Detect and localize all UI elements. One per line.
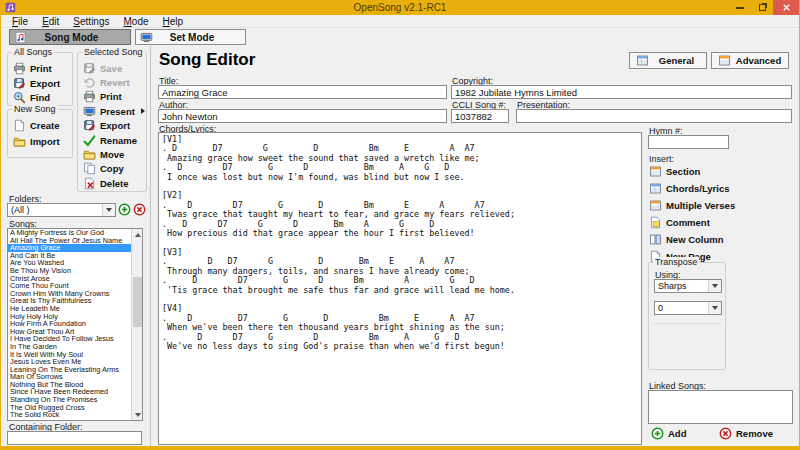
all-songs-export-button[interactable]: Export — [13, 76, 72, 91]
all-songs-find-button[interactable]: Find — [13, 90, 72, 105]
menu-edit[interactable]: Edit — [35, 16, 66, 27]
chevron-down-icon — [708, 280, 721, 292]
selected-copy-button[interactable]: Copy — [83, 162, 146, 176]
button-label: Import — [30, 136, 60, 147]
selected-export-button[interactable]: Export — [83, 119, 146, 133]
export-icon — [13, 77, 26, 90]
mode-row: Song Mode Set Mode — [1, 28, 799, 48]
song-mode-icon — [14, 31, 27, 44]
selected-print-button[interactable]: Print — [83, 90, 146, 104]
menu-help[interactable]: Help — [156, 16, 191, 27]
scroll-up-icon[interactable] — [132, 229, 143, 240]
selected-rename-button[interactable]: Rename — [83, 133, 146, 147]
add-folder-button[interactable] — [118, 203, 131, 216]
button-label: Add — [668, 428, 686, 439]
page-title: Song Editor — [159, 50, 255, 70]
selected-revert-button[interactable]: Revert — [83, 75, 146, 89]
button-label: Present — [100, 106, 135, 117]
button-label: Remove — [736, 428, 773, 439]
button-label: Print — [30, 63, 52, 74]
presentation-input[interactable] — [516, 109, 792, 123]
title-input[interactable] — [158, 85, 447, 99]
scroll-down-icon[interactable] — [132, 409, 143, 420]
new-song-import-button[interactable]: Import — [13, 134, 72, 150]
scroll-thumb[interactable] — [133, 277, 142, 327]
linked-songs-list[interactable] — [648, 390, 793, 424]
ccli-input[interactable] — [451, 109, 509, 123]
transpose-title: Transpose — [653, 257, 699, 267]
new-song-group: New Song Create Import — [7, 109, 73, 158]
selected-save-button[interactable]: Save — [83, 61, 146, 75]
advanced-button[interactable]: Advanced — [711, 52, 789, 69]
button-label: Rename — [100, 135, 137, 146]
song-mode-label: Song Mode — [27, 32, 130, 43]
opensong-window: OpenSong v2.1-RC1 File Edit Settings Mod… — [0, 0, 800, 450]
song-list-item[interactable]: The Solid Rock — [8, 411, 142, 419]
advanced-icon — [718, 54, 731, 67]
set-mode-tab[interactable]: Set Mode — [135, 29, 246, 45]
button-label: Find — [30, 92, 50, 103]
add-icon — [651, 427, 664, 440]
maximize-button[interactable] — [751, 0, 773, 15]
revert-icon — [83, 76, 96, 89]
multiple-verses-icon — [649, 199, 662, 212]
hymn-number-input[interactable] — [648, 135, 729, 149]
linked-remove-button[interactable]: Remove — [719, 427, 773, 440]
chords-lyrics-editor[interactable]: [V1] . D D7 G D Bm E A A7 Amazing grace … — [158, 132, 642, 445]
all-songs-print-button[interactable]: Print — [13, 61, 72, 76]
window-controls — [729, 0, 799, 15]
songs-list: A Mighty Fortress is Our God All Hail Th… — [7, 228, 143, 421]
present-icon — [83, 105, 96, 118]
minimize-button[interactable] — [729, 0, 751, 15]
menu-file[interactable]: File — [5, 16, 35, 27]
import-icon — [13, 135, 26, 148]
insert-chords-lyrics-button[interactable]: Chords/Lyrics — [649, 180, 735, 197]
insert-comment-button[interactable]: Comment — [649, 214, 735, 231]
button-label: New Column — [666, 234, 724, 245]
transpose-using-dropdown[interactable]: Sharps — [654, 279, 722, 293]
new-column-icon — [649, 233, 662, 246]
containing-folder-input[interactable] — [7, 431, 142, 445]
button-label: Section — [666, 166, 700, 177]
folders-value: (All ) — [8, 204, 102, 216]
general-icon — [636, 54, 649, 67]
general-button[interactable]: General — [629, 52, 707, 69]
chords-lyrics-icon — [649, 182, 662, 195]
chords-lyrics-textarea[interactable]: [V1] . D D7 G D Bm E A A7 Amazing grace … — [159, 133, 641, 444]
selected-delete-button[interactable]: Delete — [83, 176, 146, 190]
delete-folder-button[interactable] — [133, 203, 146, 216]
linked-add-button[interactable]: Add — [651, 427, 686, 440]
amount-value: 0 — [655, 302, 708, 314]
selected-present-button[interactable]: Present — [83, 104, 146, 118]
minimize-icon — [736, 7, 744, 9]
button-label: Advanced — [735, 55, 782, 66]
songs-scrollbar[interactable] — [131, 229, 142, 420]
button-label: Print — [100, 91, 122, 102]
export-icon — [83, 119, 96, 132]
printer-icon — [83, 90, 96, 103]
song-mode-tab[interactable]: Song Mode — [9, 29, 131, 45]
copy-icon — [83, 162, 96, 175]
selected-move-button[interactable]: Move — [83, 147, 146, 161]
transpose-group: Transpose Using: Sharps 0 — [648, 262, 726, 370]
set-mode-label: Set Mode — [153, 32, 245, 43]
sidebar-divider — [150, 46, 151, 446]
close-button[interactable] — [773, 0, 799, 15]
copyright-input[interactable] — [451, 85, 792, 99]
titlebar: OpenSong v2.1-RC1 — [1, 0, 799, 15]
author-input[interactable] — [158, 109, 447, 123]
insert-new-column-button[interactable]: New Column — [649, 231, 735, 248]
insert-multiple-verses-button[interactable]: Multiple Verses — [649, 197, 735, 214]
set-mode-icon — [140, 31, 153, 44]
menu-mode[interactable]: Mode — [117, 16, 156, 27]
folders-dropdown[interactable]: (All ) — [7, 203, 116, 217]
chevron-down-icon — [708, 302, 721, 314]
transpose-amount-dropdown[interactable]: 0 — [654, 301, 722, 315]
menu-settings[interactable]: Settings — [66, 16, 116, 27]
button-label: Move — [100, 149, 124, 160]
rename-icon — [83, 134, 96, 147]
new-song-create-button[interactable]: Create — [13, 118, 72, 134]
insert-section-button[interactable]: Section — [649, 163, 735, 180]
new-song-title: New Song — [12, 104, 58, 114]
section-icon — [649, 165, 662, 178]
